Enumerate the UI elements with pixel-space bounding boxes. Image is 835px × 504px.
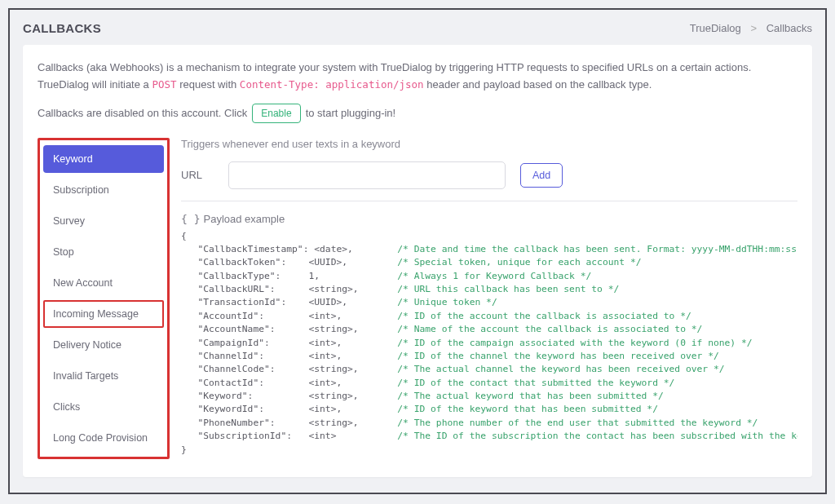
sidebar-item-incoming-message[interactable]: Incoming Message — [43, 300, 164, 328]
url-label: URL — [181, 169, 214, 181]
intro-text: Callbacks (aka Webhooks) is a mechanism … — [38, 60, 797, 94]
page-title: CALLBACKS — [23, 21, 101, 35]
page-container: CALLBACKS TrueDialog > Callbacks Callbac… — [8, 8, 827, 494]
sidebar-item-long-code-provision[interactable]: Long Code Provision — [43, 424, 164, 452]
payload-heading-text: Payload example — [203, 213, 285, 225]
breadcrumb-root[interactable]: TrueDialog — [690, 22, 741, 34]
sidebar: KeywordSubscriptionSurveyStopNew Account… — [43, 144, 164, 453]
intro-post: header and payload based on the callback… — [424, 78, 652, 91]
body-row: KeywordSubscriptionSurveyStopNew Account… — [38, 138, 797, 459]
breadcrumb-current: Callbacks — [767, 22, 812, 34]
sidebar-item-survey[interactable]: Survey — [43, 207, 164, 235]
disabled-pre: Callbacks are disabled on this account. … — [38, 107, 247, 119]
breadcrumb-separator: > — [750, 22, 757, 34]
sidebar-highlight: KeywordSubscriptionSurveyStopNew Account… — [38, 138, 170, 459]
intro-mid: request with — [177, 78, 240, 91]
disabled-post: to start plugging-in! — [306, 107, 396, 119]
disabled-notice: Callbacks are disabled on this account. … — [38, 104, 797, 123]
payload-heading: { }Payload example — [181, 213, 797, 225]
divider — [181, 201, 797, 201]
sidebar-item-keyword[interactable]: Keyword — [43, 145, 164, 173]
content-card: Callbacks (aka Webhooks) is a mechanism … — [23, 45, 812, 477]
code-content-type: Content-Type: application/json — [240, 78, 424, 91]
code-post: POST — [152, 78, 176, 91]
sidebar-item-clicks[interactable]: Clicks — [43, 393, 164, 421]
sidebar-item-subscription[interactable]: Subscription — [43, 176, 164, 204]
add-button[interactable]: Add — [520, 163, 563, 188]
payload-example: { "CallbackTimestamp": <date>, /* Date a… — [181, 230, 797, 457]
sidebar-item-stop[interactable]: Stop — [43, 238, 164, 266]
trigger-description: Triggers whenever end user texts in a ke… — [181, 138, 797, 150]
breadcrumb: TrueDialog > Callbacks — [690, 22, 812, 34]
main-panel: Triggers whenever end user texts in a ke… — [181, 138, 797, 459]
url-row: URL Add — [181, 161, 797, 189]
url-input[interactable] — [228, 161, 506, 189]
enable-button[interactable]: Enable — [252, 104, 300, 123]
header: CALLBACKS TrueDialog > Callbacks — [23, 16, 812, 45]
sidebar-item-invalid-targets[interactable]: Invalid Targets — [43, 362, 164, 390]
braces-icon: { } — [181, 213, 200, 225]
sidebar-item-delivery-notice[interactable]: Delivery Notice — [43, 331, 164, 359]
sidebar-item-new-account[interactable]: New Account — [43, 269, 164, 297]
